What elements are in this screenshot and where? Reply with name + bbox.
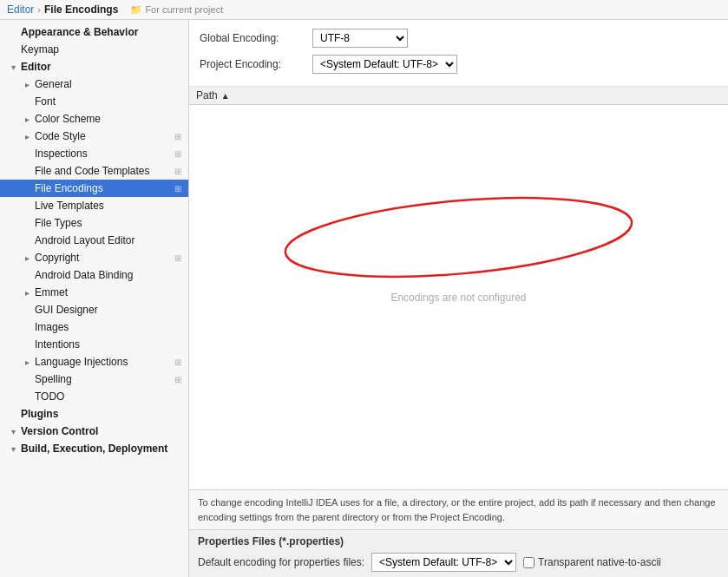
settings-icon-spelling: ⊞: [174, 375, 181, 384]
sidebar-item-spelling[interactable]: Spelling⊞: [0, 370, 188, 388]
sidebar-label-gui-designer: GUI Designer: [35, 304, 98, 316]
breadcrumb-current: File Encodings: [44, 3, 118, 16]
sidebar-label-file-encodings: File Encodings: [35, 182, 103, 194]
sidebar-label-inspections: Inspections: [35, 148, 88, 160]
sidebar-item-version-control[interactable]: ▾Version Control: [0, 423, 188, 440]
global-encoding-label: Global Encoding:: [200, 32, 312, 44]
sidebar-item-file-encodings[interactable]: File Encodings⊞: [0, 180, 188, 197]
expand-icon-code-style: ▸: [21, 132, 33, 141]
settings-icon-file-code-templates: ⊞: [174, 167, 181, 176]
sidebar-label-copyright: Copyright: [35, 252, 79, 264]
sidebar-label-emmet: Emmet: [35, 286, 68, 298]
sidebar-item-color-scheme[interactable]: ▸Color Scheme: [0, 110, 188, 128]
sidebar-item-gui-designer[interactable]: GUI Designer: [0, 301, 188, 318]
sidebar-label-version-control: Version Control: [21, 425, 98, 437]
encoding-form: Global Encoding: UTF-8 Project Encoding:…: [189, 20, 728, 87]
sidebar-label-language-injections: Language Injections: [35, 356, 128, 368]
sidebar-item-plugins[interactable]: Plugins: [0, 405, 188, 423]
settings-icon-language-injections: ⊞: [174, 357, 181, 367]
description-bar: To change encoding IntelliJ IDEA uses fo…: [189, 489, 728, 529]
sidebar-item-todo[interactable]: TODO: [0, 388, 188, 405]
content-area: Global Encoding: UTF-8 Project Encoding:…: [189, 20, 728, 577]
sidebar-label-android-data-binding: Android Data Binding: [35, 269, 133, 281]
sidebar-label-general: General: [35, 78, 72, 90]
sidebar-label-live-templates: Live Templates: [35, 200, 104, 212]
project-encoding-row: Project Encoding: <System Default: UTF-8…: [200, 55, 718, 74]
description-text: To change encoding IntelliJ IDEA uses fo…: [198, 497, 716, 522]
transparent-native-label: Transparent native-to-ascii: [538, 556, 661, 568]
transparent-native-checkbox[interactable]: [523, 557, 535, 568]
breadcrumb-editor[interactable]: Editor: [7, 3, 34, 16]
properties-encoding-select[interactable]: <System Default: UTF-8>: [371, 553, 516, 572]
sidebar-item-images[interactable]: Images: [0, 318, 188, 336]
global-encoding-select[interactable]: UTF-8: [312, 29, 408, 48]
sidebar-item-emmet[interactable]: ▸Emmet: [0, 284, 188, 301]
settings-icon-code-style: ⊞: [174, 132, 181, 141]
expand-icon-build-execution: ▾: [7, 444, 19, 454]
sidebar-item-live-templates[interactable]: Live Templates: [0, 197, 188, 214]
empty-message: Encodings are not configured: [390, 292, 526, 304]
sidebar-item-file-code-templates[interactable]: File and Code Templates⊞: [0, 162, 188, 180]
sidebar-item-build-execution[interactable]: ▾Build, Execution, Deployment: [0, 440, 188, 457]
folder-icon: 📁: [130, 4, 142, 16]
expand-icon-copyright: ▸: [21, 253, 33, 263]
breadcrumb-project-link[interactable]: 📁 For current project: [130, 4, 223, 16]
project-encoding-label: Project Encoding:: [200, 58, 312, 70]
sidebar-label-intentions: Intentions: [35, 338, 80, 351]
sidebar-item-file-types[interactable]: File Types: [0, 214, 188, 232]
sidebar-item-font[interactable]: Font: [0, 93, 188, 110]
main-layout: Appearance & BehaviorKeymap▾Editor▸Gener…: [0, 20, 728, 577]
breadcrumb-bar: Editor › File Encodings 📁 For current pr…: [0, 0, 728, 20]
sidebar-label-plugins: Plugins: [21, 408, 58, 420]
sidebar: Appearance & BehaviorKeymap▾Editor▸Gener…: [0, 20, 189, 577]
properties-row: Default encoding for properties files: <…: [198, 553, 719, 572]
sidebar-item-android-layout-editor[interactable]: Android Layout Editor: [0, 232, 188, 249]
breadcrumb-separator: ›: [37, 4, 41, 15]
settings-icon-copyright: ⊞: [174, 253, 181, 263]
sidebar-item-inspections[interactable]: Inspections⊞: [0, 145, 188, 162]
properties-title: Properties Files (*.properties): [198, 535, 719, 547]
sidebar-item-language-injections[interactable]: ▸Language Injections⊞: [0, 353, 188, 370]
expand-icon-color-scheme: ▸: [21, 115, 33, 124]
properties-encoding-label: Default encoding for properties files:: [198, 556, 364, 568]
sidebar-label-font: Font: [35, 95, 56, 108]
settings-icon-inspections: ⊞: [174, 149, 181, 159]
expand-icon-general: ▸: [21, 80, 33, 89]
sidebar-item-keymap[interactable]: Keymap: [0, 41, 188, 58]
sidebar-label-file-types: File Types: [35, 217, 82, 229]
project-encoding-select[interactable]: <System Default: UTF-8>: [312, 55, 457, 74]
table-header: Path ▲: [189, 87, 728, 105]
transparent-native-checkbox-label[interactable]: Transparent native-to-ascii: [523, 556, 661, 568]
sidebar-item-appearance[interactable]: Appearance & Behavior: [0, 23, 188, 41]
sidebar-label-build-execution: Build, Execution, Deployment: [21, 443, 167, 455]
expand-icon-version-control: ▾: [7, 427, 19, 436]
col-path-label: Path: [196, 89, 218, 102]
sidebar-label-keymap: Keymap: [21, 43, 59, 56]
sidebar-label-code-style: Code Style: [35, 130, 86, 142]
sidebar-item-copyright[interactable]: ▸Copyright⊞: [0, 249, 188, 266]
sidebar-label-color-scheme: Color Scheme: [35, 113, 101, 125]
properties-footer: Properties Files (*.properties) Default …: [189, 529, 728, 577]
sidebar-item-general[interactable]: ▸General: [0, 75, 188, 93]
sidebar-label-todo: TODO: [35, 390, 64, 403]
sidebar-label-file-code-templates: File and Code Templates: [35, 165, 150, 177]
sidebar-item-intentions[interactable]: Intentions: [0, 336, 188, 353]
table-body: Encodings are not configured: [189, 105, 728, 489]
sidebar-label-images: Images: [35, 321, 69, 333]
sidebar-label-appearance: Appearance & Behavior: [21, 26, 138, 38]
sidebar-item-android-data-binding[interactable]: Android Data Binding: [0, 266, 188, 284]
sidebar-label-editor: Editor: [21, 61, 51, 73]
global-encoding-row: Global Encoding: UTF-8: [200, 29, 718, 48]
sidebar-label-android-layout-editor: Android Layout Editor: [35, 234, 134, 246]
sort-icon: ▲: [221, 91, 230, 101]
col-path-header[interactable]: Path ▲: [196, 89, 230, 102]
expand-icon-editor: ▾: [7, 62, 19, 72]
expand-icon-emmet: ▸: [21, 288, 33, 298]
sidebar-item-code-style[interactable]: ▸Code Style⊞: [0, 128, 188, 145]
settings-icon-file-encodings: ⊞: [174, 184, 181, 193]
sidebar-item-editor[interactable]: ▾Editor: [0, 58, 188, 75]
expand-icon-language-injections: ▸: [21, 357, 33, 367]
sidebar-label-spelling: Spelling: [35, 373, 72, 385]
